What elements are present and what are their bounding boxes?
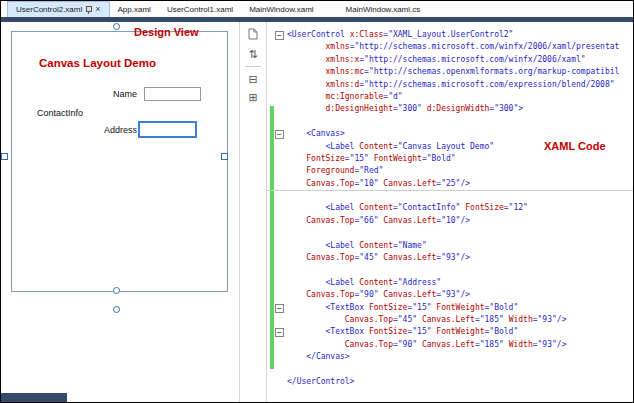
code-tag [287,166,306,175]
code-line[interactable]: </Canvas> [267,351,634,363]
tab-usercontrol1-xaml[interactable]: UserControl1.xaml [159,1,241,17]
code-value: "http://schemas.microsoft.com/expression… [364,80,614,89]
code-line[interactable]: xmlns:x="http://schemas.microsoft.com/wi… [267,54,634,66]
tab-usercontrol2-xaml[interactable]: UserControl2.xaml× [7,1,110,17]
code-attribute: Canvas.Left [383,179,436,188]
fold-collapse-icon[interactable]: − [275,304,284,313]
code-value: "http://schemas.openxmlformats.org/marku… [369,67,619,76]
code-tag: </Canvas> [287,352,350,361]
code-line[interactable]: mc:Ignorable="d" [267,91,634,103]
name-label: Name [113,89,137,99]
code-line[interactable] [267,264,634,276]
code-tag [287,92,326,101]
code-value: "300" [398,104,422,113]
code-attribute: Width [509,340,533,349]
code-line[interactable]: −<UserControl x:Class="XAML_Layout.UserC… [267,29,634,41]
resize-handle-bottom-center[interactable] [113,287,120,294]
code-tag: <Label [287,278,359,287]
code-line[interactable]: xmlns:d="http://schemas.microsoft.com/ex… [267,79,634,91]
designer-xaml-splitter[interactable]: ⇅ ⊟ ⊞ [239,22,267,403]
code-attribute: xmlns:mc [326,67,365,76]
fold-collapse-icon[interactable]: − [275,31,284,40]
tab-label: App.xaml [118,5,151,14]
code-value: "http://schemas.microsoft.com/winfx/2006… [364,55,586,64]
tab-mainwindow-xaml[interactable]: MainWindow.xaml [241,1,321,17]
document-icon[interactable] [248,28,258,42]
code-line[interactable]: d:DesignHeight="300" d:DesignWidth="300"… [267,103,634,115]
code-line[interactable]: Canvas.Top="45" Canvas.Left="93"/> [267,252,634,264]
address-textbox[interactable] [138,121,197,138]
code-value: "10" [359,179,378,188]
tab-mainwindow-xaml-cs[interactable]: MainWindow.xaml.cs [338,1,429,17]
code-attribute: FontWeight [436,303,484,312]
code-value: "90" [398,340,417,349]
resize-handle-right-middle[interactable] [221,153,228,160]
tab-label: MainWindow.xaml [249,5,313,14]
code-attribute: Canvas.Top [306,216,354,225]
code-value: "45" [359,253,378,262]
code-attribute: mc:Ignorable [326,92,384,101]
code-line[interactable] [267,190,634,202]
design-view-annotation: Design View [134,26,199,38]
tab-label: UserControl2.xaml [16,5,82,14]
code-tag: <Label [287,241,359,250]
code-line[interactable]: Foreground="Red" [267,165,634,177]
xaml-editor-pane[interactable]: −<UserControl x:Class="XAML_Layout.UserC… [267,22,634,403]
fold-collapse-icon[interactable]: − [275,130,284,139]
code-value: "15" [412,327,431,336]
close-icon[interactable]: × [95,5,100,14]
code-line[interactable]: Canvas.Top="66" Canvas.Left="10"/> [267,215,634,227]
code-attribute: d:DesignHeight [326,104,393,113]
code-line[interactable]: − <TextBox FontSize="15" FontWeight="Bol… [267,302,634,314]
resize-handle-bottom-offset[interactable] [113,306,120,313]
code-tag [287,55,326,64]
code-line[interactable] [267,364,634,376]
code-attribute: x:Class [350,30,384,39]
code-tag [287,290,306,299]
name-textbox[interactable] [144,87,201,101]
code-value: "300" [494,104,518,113]
resize-handle-top-center[interactable] [113,23,120,30]
code-line[interactable]: Canvas.Top="90" Canvas.Left="185" Width=… [267,339,634,351]
code-value: "http://schemas.microsoft.com/winfx/2006… [354,42,619,51]
code-value: "25" [441,179,460,188]
design-surface[interactable] [11,31,228,292]
code-line[interactable]: <Label Content="Address" [267,277,634,289]
code-tag [287,104,326,113]
code-value: "12" [509,203,528,212]
tab-app-xaml[interactable]: App.xaml [110,1,159,17]
code-tag [287,42,326,51]
code-value: "15" [350,154,369,163]
code-value: "93" [441,253,460,262]
code-tag: <TextBox [287,303,369,312]
code-line[interactable] [267,116,634,128]
code-tag [287,340,345,349]
pin-icon[interactable] [85,5,92,15]
code-value: "93" [538,340,557,349]
code-line[interactable]: Canvas.Top="10" Canvas.Left="25"/> [267,178,634,190]
code-attribute: FontWeight [436,327,484,336]
code-attribute: Canvas.Top [306,290,354,299]
code-line[interactable]: FontSize="15" FontWeight="Bold" [267,153,634,165]
code-line[interactable]: − <TextBox FontSize="15" FontWeight="Bol… [267,326,634,338]
code-line[interactable]: Canvas.Top="90" Canvas.Left="93"/> [267,289,634,301]
code-line[interactable]: </UserControl> [267,376,634,388]
code-line[interactable]: − <Canvas> [267,128,634,140]
code-line[interactable]: xmlns:mc="http://schemas.openxmlformats.… [267,66,634,78]
vertical-split-icon[interactable]: ⊞ [248,91,257,103]
resize-handle-left-middle[interactable] [1,153,8,160]
code-tag: /> [460,253,470,262]
fold-collapse-icon[interactable]: − [275,328,284,337]
tab-bar: UserControl2.xaml×App.xamlUserControl1.x… [1,1,633,17]
xaml-code-annotation: XAML Code [544,140,606,152]
xaml-designer-window: UserControl2.xaml×App.xamlUserControl1.x… [0,0,634,403]
code-attribute: xmlns:d [326,80,360,89]
horizontal-split-icon[interactable]: ⊟ [248,73,257,85]
code-line[interactable]: xmlns="http://schemas.microsoft.com/winf… [267,41,634,53]
code-line[interactable]: Canvas.Top="45" Canvas.Left="185" Width=… [267,314,634,326]
code-line[interactable]: <Label Content="Name" [267,240,634,252]
code-line[interactable] [267,227,634,239]
swap-panes-icon[interactable]: ⇅ [248,48,257,60]
code-line[interactable]: <Label Content="ContactInfo" FontSize="1… [267,202,634,214]
code-attribute: Content [359,241,393,250]
